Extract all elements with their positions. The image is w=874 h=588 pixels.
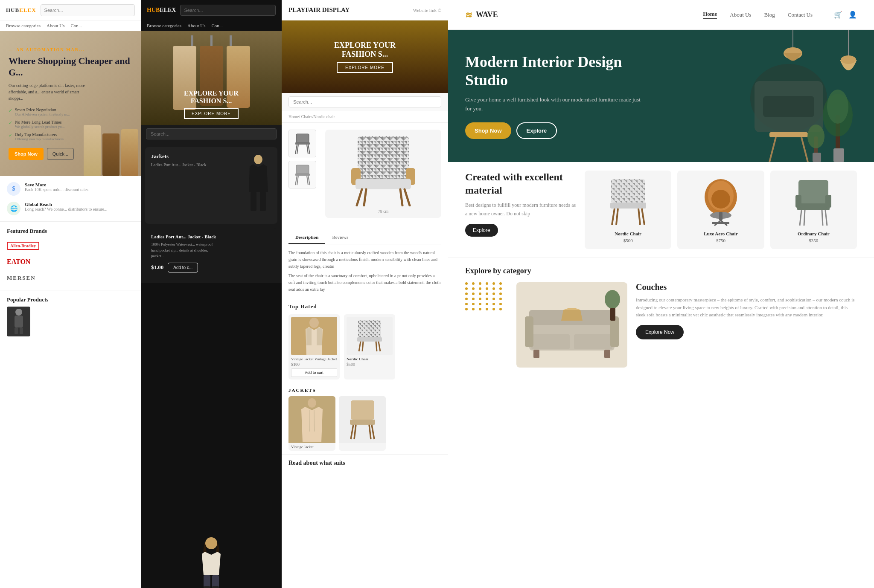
decoration-dot bbox=[499, 303, 502, 305]
hero-desc: Our cutting-edge platform is d... faster… bbox=[9, 82, 94, 101]
svg-line-46 bbox=[359, 342, 361, 351]
thumb-2[interactable] bbox=[288, 161, 316, 188]
nav-about[interactable]: About Us bbox=[730, 12, 751, 18]
svg-rect-6 bbox=[260, 192, 266, 211]
checks-list: ✓ Smart Price Negotiation Our AI-driven … bbox=[9, 107, 132, 141]
svg-point-4 bbox=[254, 155, 262, 164]
jackets-section-title: Jackets bbox=[288, 388, 441, 393]
person-silhouette bbox=[10, 308, 27, 336]
nav-contact[interactable]: Con... bbox=[70, 23, 82, 28]
svg-point-69 bbox=[827, 90, 848, 124]
check-title: Only Top Manufacturers bbox=[15, 132, 67, 137]
shop-now-button[interactable]: Shop Now bbox=[465, 122, 511, 139]
svg-point-50 bbox=[308, 398, 316, 408]
svg-rect-5 bbox=[251, 192, 256, 211]
nordic-chair-name: Nordic Chair bbox=[347, 357, 393, 361]
panel3-main-product-image: 78 cm bbox=[325, 130, 441, 218]
user-icon[interactable]: 👤 bbox=[848, 11, 857, 19]
panel3-search-input[interactable] bbox=[288, 96, 441, 107]
decoration-dot bbox=[479, 287, 481, 290]
check-desc: Our AI-driven system tirelessly m... bbox=[15, 112, 70, 116]
svg-line-83 bbox=[616, 209, 618, 225]
ordinary-chair-price: $350 bbox=[809, 238, 818, 243]
heart-icon[interactable]: ♡ bbox=[332, 317, 337, 323]
couch-title: Couches bbox=[636, 282, 857, 292]
brand-logos: Allen-Bradley EATON MERSEN bbox=[7, 240, 134, 284]
panel2-search-input[interactable] bbox=[180, 5, 276, 16]
nav-contact[interactable]: Contact Us bbox=[788, 12, 813, 18]
brand-eaton-text: EATON bbox=[7, 258, 30, 266]
ordinary-chair-label: Ordinary Chair bbox=[798, 231, 830, 236]
add-to-cart-button[interactable]: Add to c... bbox=[168, 263, 198, 272]
panel1-header: HUBELEX bbox=[0, 0, 141, 20]
couch-text: Couches Introducing our contemporary mas… bbox=[636, 282, 857, 368]
thumb-chair-2-svg bbox=[292, 163, 313, 186]
feature-title: Global Reach bbox=[25, 202, 107, 207]
svg-line-66 bbox=[801, 137, 808, 162]
panel2-search-field[interactable] bbox=[146, 128, 277, 139]
check-desc: We globally search product yo... bbox=[15, 125, 65, 129]
featured-explore-button[interactable]: Explore bbox=[465, 224, 498, 237]
svg-rect-104 bbox=[531, 334, 570, 349]
panel1-hero-overlay: AN AUTOMATION MAR... Where Shopping Chea… bbox=[9, 47, 132, 160]
svg-rect-63 bbox=[763, 96, 814, 117]
panel1-search-input[interactable] bbox=[41, 4, 135, 16]
decoration-dot bbox=[472, 303, 475, 305]
explore-more-button2[interactable]: EXPLORE MORE bbox=[337, 62, 393, 73]
nordic-chair-small-card: Nordic Chair $500 bbox=[344, 314, 395, 379]
feature-desc: Long reach? We conne... distributors to … bbox=[25, 207, 107, 211]
explore-more-button[interactable]: EXPLORE MORE bbox=[184, 108, 239, 119]
tab-reviews[interactable]: Reviews bbox=[325, 231, 355, 244]
svg-rect-8 bbox=[204, 575, 210, 587]
nav-home[interactable]: Home bbox=[703, 11, 717, 19]
nav-about[interactable]: About Us bbox=[187, 23, 205, 28]
svg-rect-33 bbox=[355, 179, 411, 189]
quick-button[interactable]: Quick... bbox=[47, 148, 74, 160]
panel1-hero: AN AUTOMATION MAR... Where Shopping Chea… bbox=[0, 31, 141, 176]
decoration-dot bbox=[465, 308, 468, 310]
nav-blog[interactable]: Blog bbox=[764, 12, 775, 18]
decoration-dot bbox=[499, 287, 502, 290]
decoration-dot bbox=[465, 303, 468, 305]
nordic-chair-image bbox=[607, 177, 650, 228]
shop-now-button[interactable]: Shop Now bbox=[9, 148, 44, 160]
hero-fashion-text: EXPLORE YOURFASHION S... EXPLORE MORE bbox=[141, 90, 282, 119]
wave-icon: ≋ bbox=[465, 10, 472, 20]
nav-browse[interactable]: Browse categories bbox=[6, 23, 41, 28]
svg-rect-30 bbox=[358, 136, 409, 179]
thumb-1[interactable] bbox=[288, 130, 316, 157]
explore-button[interactable]: Explore bbox=[516, 122, 557, 139]
desc-text-1: The foundation of this chair is a meticu… bbox=[288, 249, 441, 270]
nav-about[interactable]: About Us bbox=[47, 23, 64, 28]
popular-title: Popular Products bbox=[7, 296, 134, 303]
svg-line-51 bbox=[309, 410, 310, 432]
feature-global: 🌐 Global Reach Long reach? We conne... d… bbox=[7, 202, 134, 215]
svg-rect-12 bbox=[296, 134, 309, 142]
svg-line-98 bbox=[825, 210, 827, 226]
nordic-chair-label: Nordic Chair bbox=[615, 231, 641, 236]
svg-rect-9 bbox=[212, 575, 219, 587]
svg-rect-111 bbox=[610, 308, 615, 321]
svg-rect-13 bbox=[295, 142, 310, 145]
jacket-title: Ladies Port Aut... Jacket - Black bbox=[151, 162, 228, 167]
svg-rect-79 bbox=[611, 179, 645, 203]
svg-line-37 bbox=[400, 189, 402, 206]
nav-contact[interactable]: Con... bbox=[211, 23, 223, 28]
brands-section: Featured Brands Allen-Bradley EATON MERS… bbox=[0, 221, 141, 290]
panel3-product-section: 78 cm bbox=[282, 123, 448, 225]
add-to-cart-vintage-button[interactable]: Add to cart bbox=[291, 368, 337, 377]
featured-title: Created with excellent material bbox=[465, 171, 576, 197]
svg-point-72 bbox=[807, 125, 824, 148]
couch-section: Couches Introducing our contemporary mas… bbox=[516, 282, 857, 368]
product-thumbnails bbox=[288, 130, 318, 218]
cart-icon[interactable]: 🛒 bbox=[834, 11, 842, 19]
couch-desc: Introducing our contemporary masterpiece… bbox=[636, 296, 857, 319]
svg-line-17 bbox=[307, 145, 308, 154]
explore-now-button[interactable]: Explore Now bbox=[636, 325, 684, 339]
decoration-dot bbox=[492, 308, 495, 310]
jacket-item-1-svg bbox=[295, 397, 329, 442]
tab-description[interactable]: Description bbox=[288, 231, 325, 244]
couch-image bbox=[516, 282, 627, 368]
nav-browse[interactable]: Browse categories bbox=[147, 23, 181, 28]
check-title: No More Long Lead Times bbox=[15, 120, 65, 125]
